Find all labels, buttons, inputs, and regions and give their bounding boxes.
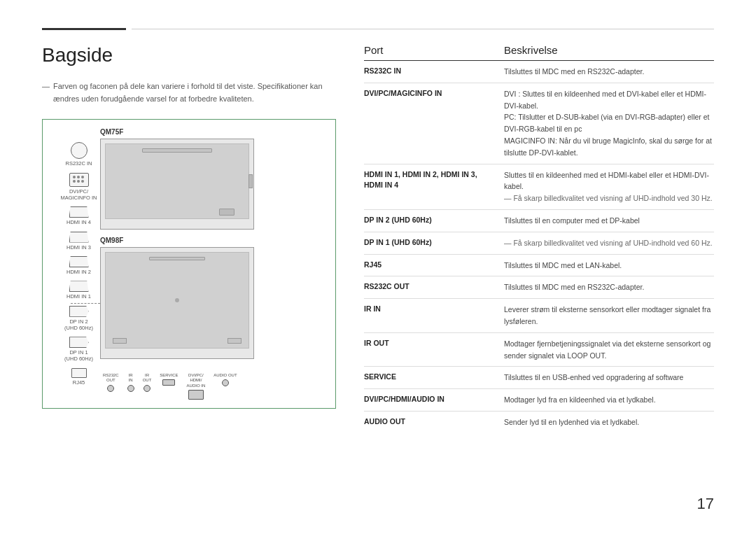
port-name: DP IN 2 (UHD 60Hz) [364, 215, 504, 226]
diagram-container: RS232C IN [42, 119, 336, 409]
left-section: Bagside Farven og faconen på dele kan va… [42, 44, 336, 433]
port-description: Tilsluttes til MDC med en RS232C-adapter… [504, 66, 714, 78]
rs232c-out-label: RS232COUT [103, 373, 119, 383]
bottom-ir-out: IROUT [143, 373, 152, 391]
hdmi1-label: HDMI IN 1 [66, 293, 91, 300]
port-description: Modtager fjernbetjeningssignalet via det… [504, 338, 714, 362]
port-name: DVI/PC/HDMI/AUDIO IN [364, 394, 504, 405]
rj45-label: RJ45 [73, 379, 85, 386]
audio-out-icon [222, 379, 229, 386]
hdmi2-label: HDMI IN 2 [66, 269, 91, 275]
port-name: RS232C OUT [364, 281, 504, 293]
port-name: RJ45 [364, 260, 504, 271]
port-description: Leverer strøm til eksterne sensorkort el… [504, 304, 714, 328]
monitor-qm75-label: QM75F [100, 128, 254, 136]
dvi-label: DVI/PC/MAGICINFO IN [60, 188, 97, 201]
qm98-top-connector [149, 257, 205, 260]
audio-out-label: AUDIO OUT [214, 373, 237, 378]
port-name: HDMI IN 1, HDMI IN 2, HDMI IN 3, HDMI IN… [364, 169, 504, 192]
port-name: IR IN [364, 304, 504, 315]
port-description: Sender lyd til en lydenhed via et lydkab… [504, 416, 714, 428]
dvi-icon [69, 173, 89, 187]
right-section: Port Beskrivelse RS232C INTilsluttes til… [364, 44, 714, 433]
dp2-icon [69, 306, 89, 317]
monitor-qm75-inner [105, 143, 249, 219]
bottom-rs232c-out: RS232COUT [103, 373, 119, 391]
ir-out-icon [144, 385, 150, 392]
hdmi3-icon [69, 232, 89, 243]
hdmi2-icon [69, 256, 89, 267]
qm75-side-btn [248, 174, 253, 188]
table-row: AUDIO OUTSender lyd til en lydenhed via … [364, 412, 714, 433]
port-strip: RS232C IN [59, 136, 98, 391]
line-light [132, 29, 714, 29]
port-description: Tilsluttes til en computer med et DP-kab… [504, 215, 714, 227]
line-dark [42, 28, 126, 30]
table-body: RS232C INTilsluttes til MDC med en RS232… [364, 61, 714, 433]
port-name: IR OUT [364, 338, 504, 349]
port-name: AUDIO OUT [364, 416, 504, 428]
port-description: Tilsluttes til en USB-enhed ved opgrader… [504, 372, 714, 384]
qm75-top-connector [142, 148, 212, 153]
ir-out-label: IROUT [143, 373, 152, 383]
port-item-hdmi2: HDMI IN 2 [59, 256, 98, 275]
ir-in-label: IRIN [129, 373, 133, 383]
port-item-dvi: DVI/PC/MAGICINFO IN [59, 173, 98, 201]
table-row: DVI/PC/HDMI/AUDIO INModtager lyd fra en … [364, 389, 714, 412]
port-item-hdmi3: HDMI IN 3 [59, 232, 98, 251]
table-row: DP IN 2 (UHD 60Hz)Tilsluttes til en comp… [364, 210, 714, 232]
dvi-audio-label: DVI/PC/HDMI/AUDIO IN [187, 373, 206, 388]
hdmi4-label: HDMI IN 4 [66, 219, 91, 225]
monitor-qm98-label: QM98F [100, 237, 254, 244]
monitors-area: QM75F [100, 128, 254, 400]
bottom-ports-row: RS232COUT IRIN IROUT [100, 373, 254, 400]
table-row: DP IN 1 (UHD 60Hz)― Få skarp billedkvali… [364, 232, 714, 255]
port-item-hdmi4: HDMI IN 4 [59, 206, 98, 225]
qm98-bottom-left [113, 338, 127, 344]
dp2-label: DP IN 2(UHD 60Hz) [64, 318, 93, 331]
hdmi4-icon [69, 206, 89, 218]
qm75-bottom-connector [219, 209, 234, 216]
table-row: IR INLeverer strøm til eksterne sensorko… [364, 299, 714, 333]
note-text: Farven og faconen på dele kan variere i … [42, 80, 336, 105]
port-name: RS232C IN [364, 66, 504, 77]
monitor-qm98-group: QM98F [100, 237, 254, 359]
table-row: RJ45Tilsluttes til MDC med et LAN-kabel. [364, 255, 714, 277]
monitor-qm98-inner [105, 252, 249, 349]
rs232c-out-icon [107, 385, 114, 392]
table-row: RS232C INTilsluttes til MDC med en RS232… [364, 61, 714, 83]
service-label: SERVICE [160, 373, 178, 378]
bottom-dvi-audio: DVI/PC/HDMI/AUDIO IN [187, 373, 206, 400]
header-port: Port [364, 44, 504, 56]
port-description: ― Få skarp billedkvalitet ved visning af… [504, 237, 714, 249]
table-row: IR OUTModtager fjernbetjeningssignalet v… [364, 333, 714, 367]
port-name: DP IN 1 (UHD 60Hz) [364, 237, 504, 248]
bottom-ir-in: IRIN [127, 373, 134, 391]
table-row: SERVICETilsluttes til en USB-enhed ved o… [364, 367, 714, 389]
port-description: Sluttes til en kildeenhed med et HDMI-ka… [504, 169, 714, 204]
port-item-dp2: DP IN 2(UHD 60Hz) [59, 306, 98, 331]
table-row: HDMI IN 1, HDMI IN 2, HDMI IN 3, HDMI IN… [364, 164, 714, 210]
dvi-audio-icon [188, 390, 204, 400]
table-row: RS232C OUTTilsluttes til MDC med en RS23… [364, 276, 714, 299]
rs232c-in-label: RS232C IN [66, 160, 92, 167]
monitor-qm98 [100, 247, 254, 359]
page-container: Bagside Farven og faconen på dele kan va… [0, 0, 756, 534]
header-description: Beskrivelse [504, 44, 714, 56]
port-item-dp1: DP IN 1(UHD 60Hz) [59, 337, 98, 362]
qm98-center-dot [175, 298, 179, 302]
page-number: 17 [697, 495, 714, 513]
top-decorative-lines [42, 28, 714, 30]
dp1-icon [69, 337, 89, 348]
port-item-hdmi1: HDMI IN 1 [59, 281, 98, 300]
port-description: DVI : Sluttes til en kildeenhed med et D… [504, 88, 714, 159]
table-header: Port Beskrivelse [364, 44, 714, 61]
monitor-qm75 [100, 139, 254, 230]
port-item-rj45: RJ45 [59, 368, 98, 386]
ir-in-icon [127, 385, 134, 392]
service-usb-icon [162, 379, 175, 386]
dp1-label: DP IN 1(UHD 60Hz) [64, 349, 93, 362]
main-content: Bagside Farven og faconen på dele kan va… [42, 44, 714, 433]
port-description: Tilsluttes til MDC med et LAN-kabel. [504, 260, 714, 272]
page-title: Bagside [42, 44, 336, 66]
